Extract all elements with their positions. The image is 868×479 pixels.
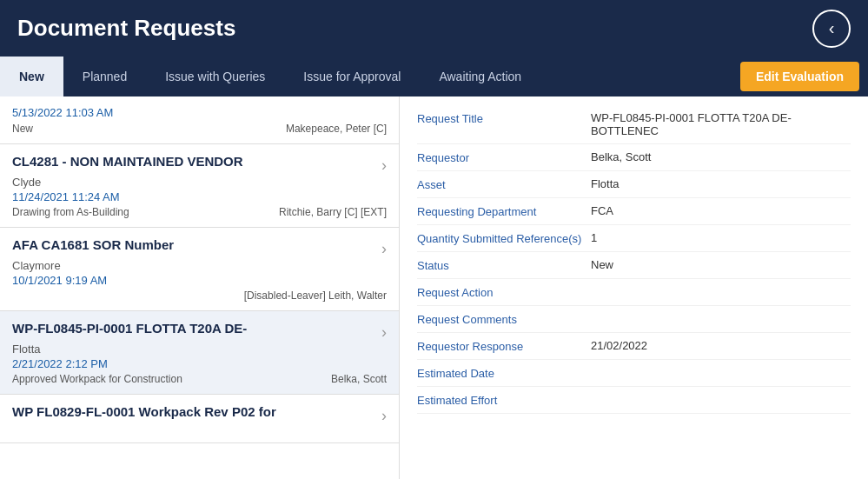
detail-panel: Request TitleWP-FL0845-PI-0001 FLOTTA T2…: [400, 96, 868, 479]
item-date: 11/24/2021 11:24 AM: [12, 190, 387, 203]
item-date: 5/13/2022 11:03 AM: [12, 106, 113, 119]
chevron-right-icon: ›: [381, 323, 387, 342]
item-status: New: [12, 123, 33, 135]
item-person: Makepeace, Peter [C]: [286, 123, 387, 135]
list-panel: 5/13/2022 11:03 AM New Makepeace, Peter …: [0, 96, 400, 479]
item-title: AFA CA1681 SOR Number: [12, 236, 174, 254]
edit-evaluation-button[interactable]: Edit Evaluation: [740, 62, 859, 91]
tab-planned[interactable]: Planned: [63, 57, 146, 96]
detail-label: Asset: [417, 177, 591, 191]
chevron-right-icon: ›: [381, 156, 387, 175]
detail-value: WP-FL0845-PI-0001 FLOTTA T20A DE-BOTTLEN…: [591, 111, 851, 137]
detail-label: Quantity Submitted Reference(s): [417, 231, 591, 245]
page-title: Document Requests: [17, 15, 235, 42]
detail-label: Status: [417, 258, 591, 272]
detail-value: FCA: [591, 204, 851, 217]
item-type: Drawing from As-Building: [12, 206, 129, 218]
detail-value: Flotta: [591, 177, 851, 190]
list-item-afa[interactable]: AFA CA1681 SOR Number › Claymore 10/1/20…: [0, 228, 399, 311]
tab-new[interactable]: New: [0, 57, 63, 96]
item-person: Ritchie, Barry [C] [EXT]: [279, 206, 387, 218]
tab-issue-with-queries[interactable]: Issue with Queries: [146, 57, 284, 96]
detail-label: Requestor: [417, 150, 591, 164]
item-subtitle: Flotta: [12, 343, 387, 356]
item-person: Belka, Scott: [331, 373, 387, 385]
item-person: [Disabled-Leaver] Leith, Walter: [244, 289, 387, 302]
detail-value: Belka, Scott: [591, 150, 851, 163]
detail-row: Requestor Response21/02/2022: [417, 333, 851, 360]
detail-row: Quantity Submitted Reference(s)1: [417, 225, 851, 252]
item-subtitle: Clyde: [12, 176, 387, 189]
detail-row: Request Action: [417, 279, 851, 306]
app-header: Document Requests ‹: [0, 0, 868, 57]
item-title: CL4281 - NON MAINTAINED VENDOR: [12, 153, 243, 170]
tab-issue-for-approval[interactable]: Issue for Approval: [284, 57, 420, 96]
item-subtitle: Claymore: [12, 259, 387, 272]
detail-fields: Request TitleWP-FL0845-PI-0001 FLOTTA T2…: [417, 105, 851, 414]
detail-row: Request Comments: [417, 306, 851, 333]
item-type: Approved Workpack for Construction: [12, 373, 182, 385]
item-title: WP FL0829-FL-0001 Workpack Rev P02 for: [12, 403, 276, 421]
list-item-wp-fl0845[interactable]: WP-FL0845-PI-0001 FLOTTA T20A DE- › Flot…: [0, 311, 399, 395]
detail-value: 1: [591, 231, 851, 244]
detail-label: Request Title: [417, 111, 591, 125]
detail-label: Request Action: [417, 285, 591, 299]
list-item-partial-top[interactable]: 5/13/2022 11:03 AM New Makepeace, Peter …: [0, 96, 399, 144]
detail-row: AssetFlotta: [417, 171, 851, 198]
detail-value: 21/02/2022: [591, 339, 851, 352]
detail-label: Estimated Date: [417, 366, 591, 380]
detail-row: Requesting DepartmentFCA: [417, 198, 851, 225]
item-date: 2/21/2022 2:12 PM: [12, 357, 387, 370]
detail-label: Requestor Response: [417, 339, 591, 353]
main-content: 5/13/2022 11:03 AM New Makepeace, Peter …: [0, 96, 868, 479]
detail-value: New: [591, 258, 851, 271]
detail-row: Request TitleWP-FL0845-PI-0001 FLOTTA T2…: [417, 105, 851, 144]
detail-row: RequestorBelka, Scott: [417, 144, 851, 171]
detail-row: Estimated Effort: [417, 387, 851, 414]
list-item-cl4281[interactable]: CL4281 - NON MAINTAINED VENDOR › Clyde 1…: [0, 144, 399, 228]
tab-spacer: [540, 57, 732, 96]
chevron-right-icon: ›: [381, 240, 387, 258]
detail-row: Estimated Date: [417, 360, 851, 387]
item-date: 10/1/2021 9:19 AM: [12, 274, 387, 287]
item-title: WP-FL0845-PI-0001 FLOTTA T20A DE-: [12, 320, 247, 337]
list-item-wp-fl0829[interactable]: WP FL0829-FL-0001 Workpack Rev P02 for ›: [0, 395, 399, 443]
back-button[interactable]: ‹: [812, 10, 851, 48]
detail-label: Estimated Effort: [417, 393, 591, 407]
tab-bar: New Planned Issue with Queries Issue for…: [0, 57, 868, 96]
chevron-right-icon: ›: [381, 407, 387, 425]
detail-label: Requesting Department: [417, 204, 591, 218]
detail-label: Request Comments: [417, 312, 591, 326]
detail-row: StatusNew: [417, 252, 851, 279]
tab-awaiting-action[interactable]: Awaiting Action: [420, 57, 540, 96]
